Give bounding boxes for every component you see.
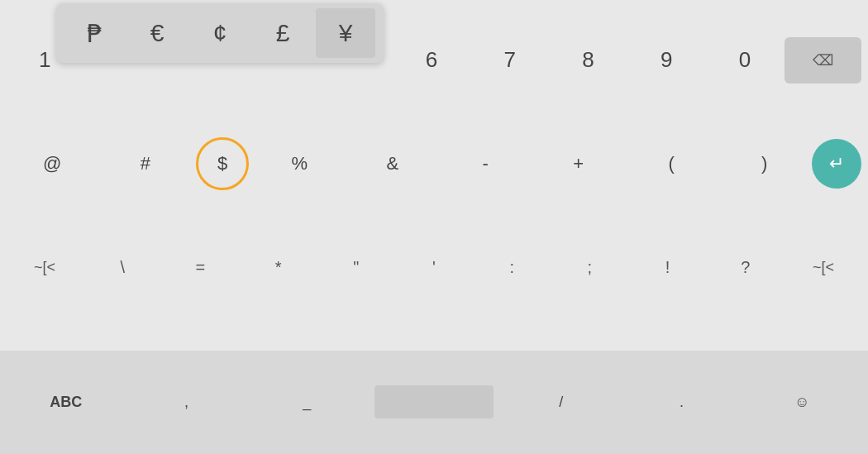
row-symbols: @ # $ % & - + ( ) ↵ xyxy=(0,112,868,215)
row-spacer xyxy=(0,319,868,351)
key-8[interactable]: 8 xyxy=(550,37,627,84)
key-slash[interactable]: / xyxy=(502,379,621,425)
key-0[interactable]: 0 xyxy=(707,37,784,84)
emoji-key[interactable]: ☺ xyxy=(742,379,861,425)
key-squote[interactable]: ' xyxy=(396,244,472,290)
key-minus[interactable]: - xyxy=(440,141,532,187)
key-yen[interactable]: ¥ xyxy=(316,8,375,58)
key-plus[interactable]: + xyxy=(533,141,625,187)
key-hash[interactable]: # xyxy=(100,141,192,187)
key-exclamation[interactable]: ! xyxy=(629,244,705,290)
keyboard: ₱ € ¢ £ ¥ 1 6 7 8 9 0 ⌫ @ # $ % & - + ( … xyxy=(0,0,868,454)
key-at[interactable]: @ xyxy=(7,141,98,187)
key-equals[interactable]: = xyxy=(162,244,238,290)
key-euro[interactable]: € xyxy=(127,8,187,58)
key-9[interactable]: 9 xyxy=(628,37,705,84)
key-dquote[interactable]: " xyxy=(318,244,394,290)
key-ampersand[interactable]: & xyxy=(347,141,439,187)
row-bottom: ABC , _ / . ☺ xyxy=(0,351,868,454)
key-tilde-bracket-left1[interactable]: ~[< xyxy=(7,244,83,290)
key-period[interactable]: . xyxy=(622,379,742,425)
key-pound[interactable]: £ xyxy=(253,8,312,58)
key-asterisk[interactable]: * xyxy=(241,244,317,290)
backspace-key[interactable]: ⌫ xyxy=(785,37,861,84)
key-peso[interactable]: ₱ xyxy=(64,8,124,58)
key-backslash[interactable]: \ xyxy=(84,244,160,290)
row-extra: ~[< \ = * " ' : ; ! ? ~[< xyxy=(0,216,868,319)
key-7[interactable]: 7 xyxy=(471,37,548,84)
key-underscore[interactable]: _ xyxy=(247,379,366,425)
key-tilde-bracket-left2[interactable]: ~[< xyxy=(785,244,861,290)
key-6[interactable]: 6 xyxy=(393,37,470,84)
key-colon[interactable]: : xyxy=(474,244,550,290)
currency-popup: ₱ € ¢ £ ¥ xyxy=(56,3,384,63)
key-semicolon[interactable]: ; xyxy=(551,244,627,290)
key-close-paren[interactable]: ) xyxy=(719,141,811,187)
key-dollar[interactable]: $ xyxy=(196,137,249,190)
key-percent[interactable]: % xyxy=(254,141,346,187)
key-abc[interactable]: ABC xyxy=(7,379,126,425)
key-open-paren[interactable]: ( xyxy=(626,141,718,187)
space-bar[interactable] xyxy=(374,385,494,418)
key-comma[interactable]: , xyxy=(127,379,246,425)
key-question[interactable]: ? xyxy=(708,244,784,290)
enter-key[interactable]: ↵ xyxy=(812,139,861,189)
key-cent[interactable]: ¢ xyxy=(190,8,250,58)
